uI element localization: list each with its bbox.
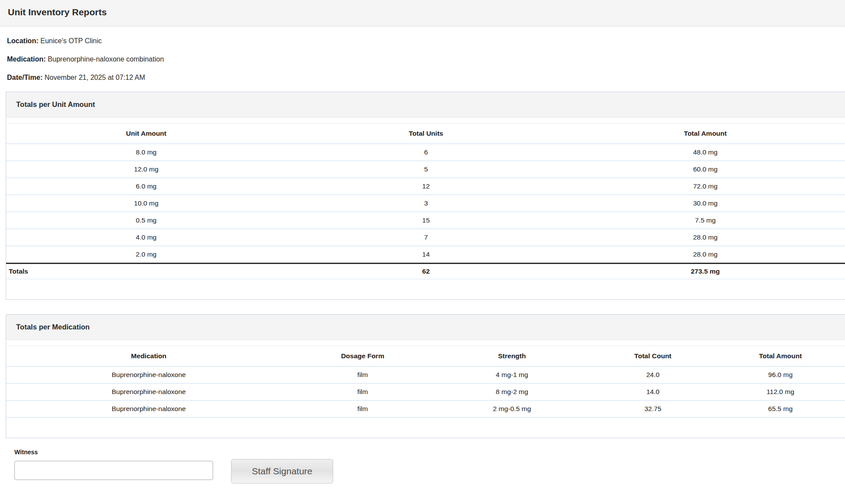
table-cell: 0.5 mg xyxy=(6,212,286,229)
table-cell: 10.0 mg xyxy=(6,195,286,212)
table-cell: 14.0 xyxy=(590,384,716,401)
unit-amount-table: Unit AmountTotal UnitsTotal Amount 8.0 m… xyxy=(6,123,845,279)
table-cell: 28.0 mg xyxy=(566,229,845,246)
totals-units: 62 xyxy=(286,264,566,279)
medication-table: MedicationDosage FormStrengthTotal Count… xyxy=(6,346,845,418)
medication-value: Buprenorphine-naloxone combination xyxy=(48,55,164,63)
totals-label: Totals xyxy=(6,264,286,279)
table-row: 2.0 mg1428.0 mg xyxy=(6,246,845,264)
unit-amount-table-totals: Totals 62 273.5 mg xyxy=(6,264,845,279)
table-top-spacer xyxy=(6,117,845,123)
totals-row: Totals 62 273.5 mg xyxy=(6,264,845,279)
column-header: Total Amount xyxy=(716,346,845,367)
location-label: Location: xyxy=(7,37,38,45)
table-row: Buprenorphine-naloxonefilm2 mg-0.5 mg32.… xyxy=(6,401,845,418)
location-value: Eunice's OTP Clinic xyxy=(40,37,102,45)
column-header: Total Amount xyxy=(566,123,845,144)
page-title: Unit Inventory Reports xyxy=(8,7,837,18)
table-cell: 4 mg-1 mg xyxy=(434,367,590,384)
location-line: Location: Eunice's OTP Clinic xyxy=(7,37,838,45)
witness-input[interactable] xyxy=(14,461,213,480)
totals-per-unit-amount-title: Totals per Unit Amount xyxy=(6,92,845,117)
table-cell: 2.0 mg xyxy=(6,246,286,264)
column-header: Dosage Form xyxy=(291,346,434,367)
totals-per-unit-amount-body: Unit AmountTotal UnitsTotal Amount 8.0 m… xyxy=(6,117,845,299)
table-cell: 5 xyxy=(286,161,566,178)
table-cell: film xyxy=(291,384,434,401)
table-cell: Buprenorphine-naloxone xyxy=(6,367,291,384)
table-cell: 8 mg-2 mg xyxy=(434,384,590,401)
signature-row: Staff Signature xyxy=(14,461,845,483)
table-cell: 3 xyxy=(286,195,566,212)
table-top-spacer xyxy=(6,340,845,346)
table-cell: 7.5 mg xyxy=(566,212,845,229)
totals-per-medication-title: Totals per Medication xyxy=(6,315,845,340)
medication-line: Medication: Buprenorphine-naloxone combi… xyxy=(7,55,838,63)
table-cell: film xyxy=(291,367,434,384)
table-cell: 96.0 mg xyxy=(716,367,845,384)
table-row: 6.0 mg1272.0 mg xyxy=(6,178,845,195)
table-row: Buprenorphine-naloxonefilm8 mg-2 mg14.01… xyxy=(6,384,845,401)
table-cell: 28.0 mg xyxy=(566,246,845,264)
table-row: 4.0 mg728.0 mg xyxy=(6,229,845,246)
totals-per-medication-body: MedicationDosage FormStrengthTotal Count… xyxy=(6,340,845,438)
unit-amount-table-header: Unit AmountTotal UnitsTotal Amount xyxy=(6,123,845,144)
column-header: Strength xyxy=(434,346,590,367)
page-header: Unit Inventory Reports xyxy=(0,0,845,27)
totals-per-medication-panel: Totals per Medication MedicationDosage F… xyxy=(6,314,845,438)
column-header: Total Count xyxy=(590,346,716,367)
datetime-value: November 21, 2025 at 07:12 AM xyxy=(45,74,145,81)
medication-table-body: Buprenorphine-naloxonefilm4 mg-1 mg24.09… xyxy=(6,367,845,418)
table-cell: 12.0 mg xyxy=(6,161,286,178)
table-row: 8.0 mg648.0 mg xyxy=(6,144,845,161)
table-cell: 14 xyxy=(286,246,566,264)
staff-signature-button[interactable]: Staff Signature xyxy=(231,459,333,483)
table-cell: 32.75 xyxy=(590,401,716,418)
report-meta: Location: Eunice's OTP Clinic Medication… xyxy=(0,37,845,82)
datetime-label: Date/Time: xyxy=(7,74,43,81)
table-cell: 24.0 xyxy=(590,367,716,384)
witness-label: Witness xyxy=(14,449,845,456)
table-cell: 112.0 mg xyxy=(716,384,845,401)
table-cell: 2 mg-0.5 mg xyxy=(434,401,590,418)
table-cell: 4.0 mg xyxy=(6,229,286,246)
table-cell: 6.0 mg xyxy=(6,178,286,195)
table-cell: 8.0 mg xyxy=(6,144,286,161)
medication-label: Medication: xyxy=(7,55,46,63)
table-cell: 12 xyxy=(286,178,566,195)
datetime-line: Date/Time: November 21, 2025 at 07:12 AM xyxy=(7,73,838,82)
table-cell: 48.0 mg xyxy=(566,144,845,161)
table-row: 10.0 mg330.0 mg xyxy=(6,195,845,212)
header-row: Unit AmountTotal UnitsTotal Amount xyxy=(6,123,845,144)
table-cell: 6 xyxy=(286,144,566,161)
table-cell: 65.5 mg xyxy=(716,401,845,418)
table-row: 12.0 mg560.0 mg xyxy=(6,161,845,178)
table-cell: 30.0 mg xyxy=(566,195,845,212)
totals-per-unit-amount-panel: Totals per Unit Amount Unit AmountTotal … xyxy=(6,92,845,300)
medication-table-header: MedicationDosage FormStrengthTotal Count… xyxy=(6,346,845,367)
table-cell: 60.0 mg xyxy=(566,161,845,178)
table-cell: 7 xyxy=(286,229,566,246)
table-cell: Buprenorphine-naloxone xyxy=(6,401,291,418)
signature-section: Witness Staff Signature xyxy=(0,449,845,483)
table-row: Buprenorphine-naloxonefilm4 mg-1 mg24.09… xyxy=(6,367,845,384)
column-header: Medication xyxy=(6,346,291,367)
table-cell: 72.0 mg xyxy=(566,178,845,195)
table-cell: Buprenorphine-naloxone xyxy=(6,384,291,401)
totals-amount: 273.5 mg xyxy=(566,264,845,279)
table-cell: film xyxy=(291,401,434,418)
header-row: MedicationDosage FormStrengthTotal Count… xyxy=(6,346,845,367)
unit-amount-table-body: 8.0 mg648.0 mg12.0 mg560.0 mg6.0 mg1272.… xyxy=(6,144,845,264)
table-cell: 15 xyxy=(286,212,566,229)
column-header: Unit Amount xyxy=(6,123,286,144)
column-header: Total Units xyxy=(286,123,566,144)
table-row: 0.5 mg157.5 mg xyxy=(6,212,845,229)
